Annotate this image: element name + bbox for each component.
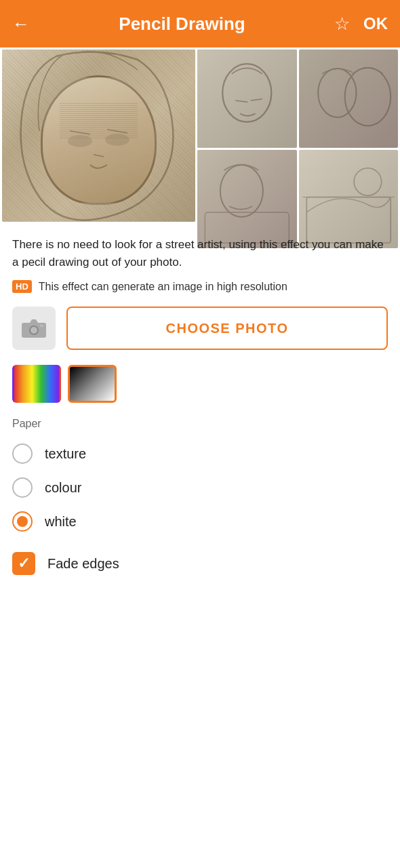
preview-image-4 bbox=[197, 150, 297, 248]
radio-texture-label: texture bbox=[45, 446, 86, 462]
radio-colour[interactable] bbox=[12, 477, 33, 498]
svg-point-3 bbox=[105, 134, 129, 146]
radio-white[interactable] bbox=[12, 511, 33, 532]
paper-section-label: Paper bbox=[12, 418, 388, 430]
fade-edges-label: Fade edges bbox=[47, 556, 119, 572]
radio-white-label: white bbox=[45, 514, 77, 530]
preview-image-5 bbox=[299, 150, 399, 248]
svg-point-9 bbox=[344, 68, 391, 126]
main-preview-image bbox=[2, 50, 195, 222]
bw-swatch[interactable] bbox=[68, 365, 117, 403]
checkmark-icon: ✓ bbox=[18, 556, 30, 571]
radio-colour-label: colour bbox=[45, 480, 81, 496]
radio-white-dot bbox=[17, 516, 28, 527]
preview-grid bbox=[0, 47, 400, 224]
svg-point-2 bbox=[68, 135, 92, 147]
preview-image-2 bbox=[197, 50, 297, 148]
secondary-previews bbox=[197, 50, 398, 222]
svg-point-5 bbox=[222, 64, 271, 122]
swatches-row bbox=[12, 365, 388, 403]
svg-line-6 bbox=[235, 100, 247, 102]
svg-rect-18 bbox=[40, 325, 43, 327]
paper-radio-group: texture colour white bbox=[12, 437, 388, 538]
svg-line-1 bbox=[107, 130, 127, 133]
favorite-button[interactable]: ☆ bbox=[334, 14, 350, 35]
svg-point-17 bbox=[31, 327, 37, 334]
content-area: There is no need to look for a street ar… bbox=[0, 224, 400, 575]
fade-edges-checkbox[interactable]: ✓ bbox=[12, 552, 35, 575]
choose-photo-button[interactable]: CHOOSE PHOTO bbox=[66, 307, 388, 350]
hd-notice-row: HD This effect can generate an image in … bbox=[12, 280, 388, 293]
choose-photo-row: CHOOSE PHOTO bbox=[12, 307, 388, 350]
camera-button[interactable] bbox=[12, 307, 56, 350]
svg-rect-12 bbox=[306, 197, 391, 243]
app-header: ← Pencil Drawing ☆ OK bbox=[0, 0, 400, 47]
hd-badge: HD bbox=[12, 280, 32, 293]
back-button[interactable]: ← bbox=[12, 14, 30, 35]
camera-icon bbox=[21, 317, 47, 339]
fade-edges-row[interactable]: ✓ Fade edges bbox=[12, 552, 388, 575]
paper-option-white[interactable]: white bbox=[12, 505, 388, 538]
svg-line-4 bbox=[94, 155, 104, 157]
hd-notice-text: This effect can generate an image in hig… bbox=[39, 281, 287, 293]
preview-image-3 bbox=[299, 50, 399, 148]
ok-button[interactable]: OK bbox=[363, 14, 388, 33]
color-swatch[interactable] bbox=[12, 365, 61, 403]
radio-texture[interactable] bbox=[12, 443, 33, 464]
svg-line-7 bbox=[251, 99, 262, 100]
svg-point-13 bbox=[354, 168, 382, 196]
page-title: Pencil Drawing bbox=[119, 14, 245, 35]
svg-rect-11 bbox=[205, 212, 289, 243]
paper-option-colour[interactable]: colour bbox=[12, 471, 388, 505]
svg-line-0 bbox=[70, 131, 90, 134]
svg-point-8 bbox=[318, 68, 356, 117]
paper-option-texture[interactable]: texture bbox=[12, 437, 388, 471]
